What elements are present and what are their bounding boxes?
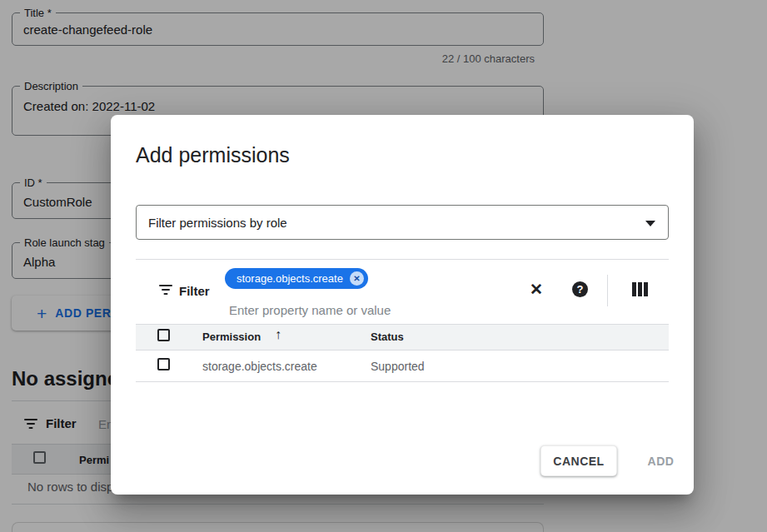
chevron-down-icon bbox=[645, 221, 655, 226]
clear-filters-icon[interactable]: ✕ bbox=[530, 280, 543, 299]
dialog-filter-label[interactable]: Filter bbox=[179, 284, 210, 298]
filter-input[interactable] bbox=[229, 301, 504, 318]
chip-close-icon[interactable]: ✕ bbox=[350, 271, 364, 286]
row-permission-cell: storage.objects.create bbox=[202, 360, 317, 373]
row-status-cell: Supported bbox=[371, 360, 425, 373]
dialog-title: Add permissions bbox=[136, 143, 290, 167]
sort-ascending-icon[interactable]: ↑ bbox=[275, 327, 281, 342]
row-checkbox[interactable] bbox=[157, 358, 170, 370]
toolbar-divider bbox=[136, 259, 669, 260]
role-filter-select[interactable]: Filter permissions by role bbox=[136, 205, 669, 240]
select-all-checkbox[interactable] bbox=[157, 329, 170, 341]
cancel-button[interactable]: CANCEL bbox=[540, 445, 617, 476]
column-display-icon[interactable] bbox=[632, 282, 648, 296]
filter-chip-label: storage.objects.create bbox=[237, 272, 343, 285]
filter-chip[interactable]: storage.objects.create ✕ bbox=[225, 268, 368, 289]
add-permissions-dialog: Add permissions Filter permissions by ro… bbox=[111, 115, 694, 495]
toolbar-vertical-divider bbox=[607, 275, 608, 306]
help-icon[interactable]: ? bbox=[572, 281, 588, 297]
status-column-header[interactable]: Status bbox=[371, 331, 404, 343]
role-filter-select-value: Filter permissions by role bbox=[148, 206, 287, 241]
filter-icon bbox=[158, 285, 173, 296]
add-button[interactable]: ADD bbox=[638, 445, 684, 476]
permission-column-header[interactable]: Permission bbox=[202, 331, 261, 343]
